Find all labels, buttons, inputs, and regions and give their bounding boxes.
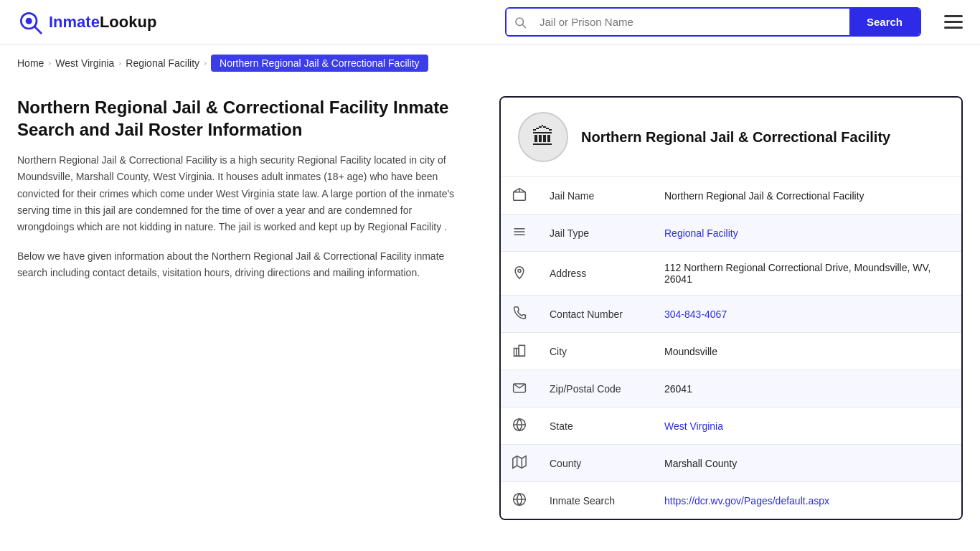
page-title: Northern Regional Jail & Correctional Fa… bbox=[17, 96, 462, 141]
row-value[interactable]: https://dcr.wv.gov/Pages/default.aspx bbox=[653, 482, 961, 519]
row-label: Jail Type bbox=[538, 215, 653, 252]
row-label: Contact Number bbox=[538, 296, 653, 333]
svg-point-2 bbox=[26, 17, 32, 24]
row-value: Northern Regional Jail & Correctional Fa… bbox=[653, 177, 961, 215]
cell-link[interactable]: West Virginia bbox=[664, 420, 723, 432]
right-column: 🏛 Northern Regional Jail & Correctional … bbox=[499, 96, 963, 520]
row-value: 26041 bbox=[653, 370, 961, 408]
row-label: Zip/Postal Code bbox=[538, 370, 653, 408]
cell-value: Moundsville bbox=[664, 346, 717, 357]
site-header: InmateLookup Search bbox=[0, 0, 980, 44]
row-value: Moundsville bbox=[653, 333, 961, 370]
main-content: Northern Regional Jail & Correctional Fa… bbox=[0, 82, 980, 549]
svg-marker-18 bbox=[513, 456, 526, 468]
cell-link[interactable]: https://dcr.wv.gov/Pages/default.aspx bbox=[664, 495, 829, 507]
search-button[interactable]: Search bbox=[849, 9, 920, 35]
row-value[interactable]: 304-843-4067 bbox=[653, 296, 961, 333]
row-label: State bbox=[538, 408, 653, 445]
svg-line-1 bbox=[34, 27, 41, 33]
facility-avatar: 🏛 bbox=[518, 112, 568, 162]
svg-rect-5 bbox=[514, 192, 526, 201]
logo-link[interactable]: InmateLookup bbox=[17, 9, 156, 35]
menu-button[interactable] bbox=[944, 15, 963, 29]
cell-link[interactable]: Regional Facility bbox=[664, 227, 738, 239]
row-value: Marshall County bbox=[653, 445, 961, 482]
row-icon bbox=[501, 408, 538, 445]
page-description-1: Northern Regional Jail & Correctional Fa… bbox=[17, 152, 462, 235]
row-icon bbox=[501, 177, 538, 215]
table-row: Jail Name Northern Regional Jail & Corre… bbox=[501, 177, 961, 215]
breadcrumb-current: Northern Regional Jail & Correctional Fa… bbox=[211, 55, 428, 72]
row-label: Jail Name bbox=[538, 177, 653, 215]
table-row: State West Virginia bbox=[501, 408, 961, 445]
chevron-icon: › bbox=[204, 58, 207, 68]
row-value[interactable]: Regional Facility bbox=[653, 215, 961, 252]
card-title: Northern Regional Jail & Correctional Fa… bbox=[581, 129, 890, 146]
chevron-icon: › bbox=[118, 58, 121, 68]
row-icon bbox=[501, 333, 538, 370]
row-icon bbox=[501, 370, 538, 408]
table-row: City Moundsville bbox=[501, 333, 961, 370]
svg-point-10 bbox=[518, 269, 521, 272]
card-header: 🏛 Northern Regional Jail & Correctional … bbox=[501, 98, 961, 177]
cell-link[interactable]: 304-843-4067 bbox=[664, 309, 727, 320]
breadcrumb-home[interactable]: Home bbox=[17, 57, 44, 69]
page-description-2: Below we have given information about th… bbox=[17, 248, 462, 281]
breadcrumb-state[interactable]: West Virginia bbox=[55, 57, 114, 69]
row-icon bbox=[501, 482, 538, 519]
search-bar: Search bbox=[505, 7, 921, 37]
breadcrumb-facility-type[interactable]: Regional Facility bbox=[126, 57, 199, 69]
table-row: Zip/Postal Code 26041 bbox=[501, 370, 961, 408]
table-row: Address 112 Northern Regional Correction… bbox=[501, 252, 961, 296]
search-input[interactable] bbox=[534, 9, 849, 35]
info-card: 🏛 Northern Regional Jail & Correctional … bbox=[499, 96, 963, 520]
row-label: County bbox=[538, 445, 653, 482]
row-label: Address bbox=[538, 252, 653, 296]
cell-value: Northern Regional Jail & Correctional Fa… bbox=[664, 190, 864, 202]
row-value[interactable]: West Virginia bbox=[653, 408, 961, 445]
row-icon bbox=[501, 252, 538, 296]
svg-rect-12 bbox=[519, 345, 524, 356]
cell-value: Marshall County bbox=[664, 458, 737, 469]
row-icon bbox=[501, 296, 538, 333]
logo-text: InmateLookup bbox=[49, 13, 156, 32]
row-label: Inmate Search bbox=[538, 482, 653, 519]
row-icon bbox=[501, 215, 538, 252]
search-icon bbox=[507, 9, 534, 35]
breadcrumb: Home › West Virginia › Regional Facility… bbox=[0, 44, 980, 82]
table-row: Jail Type Regional Facility bbox=[501, 215, 961, 252]
svg-point-3 bbox=[516, 18, 524, 26]
cell-value: 112 Northern Regional Correctional Drive… bbox=[664, 262, 930, 285]
chevron-icon: › bbox=[48, 58, 51, 68]
logo-icon bbox=[17, 9, 43, 35]
table-row: Inmate Search https://dcr.wv.gov/Pages/d… bbox=[501, 482, 961, 519]
left-column: Northern Regional Jail & Correctional Fa… bbox=[17, 96, 476, 281]
row-icon bbox=[501, 445, 538, 482]
table-row: County Marshall County bbox=[501, 445, 961, 482]
svg-line-4 bbox=[523, 24, 526, 27]
info-table: Jail Name Northern Regional Jail & Corre… bbox=[501, 177, 961, 519]
row-value: 112 Northern Regional Correctional Drive… bbox=[653, 252, 961, 296]
table-row: Contact Number 304-843-4067 bbox=[501, 296, 961, 333]
row-label: City bbox=[538, 333, 653, 370]
cell-value: 26041 bbox=[664, 383, 692, 395]
